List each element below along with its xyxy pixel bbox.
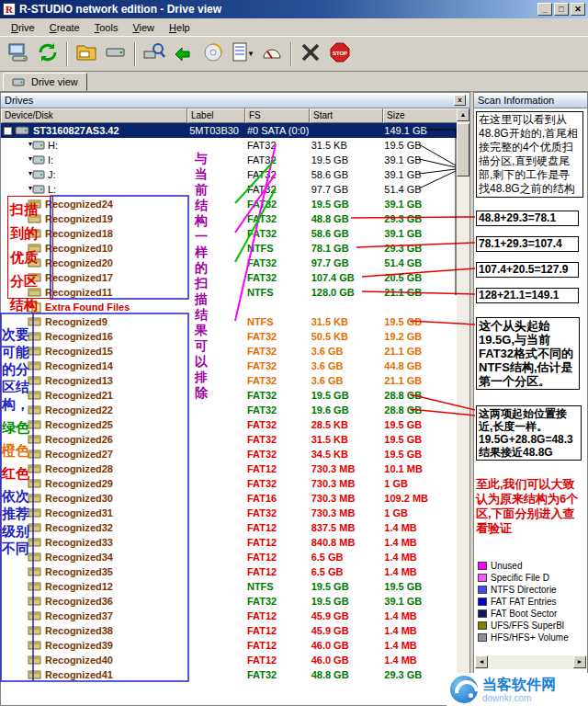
gauge-button[interactable] — [258, 40, 286, 68]
table-row[interactable]: Recognized24FAT3219.5 GB39.1 GB — [1, 197, 457, 211]
refresh-button[interactable] — [34, 40, 62, 68]
scan-button[interactable] — [141, 40, 168, 68]
create-image-button[interactable] — [102, 40, 130, 68]
table-row[interactable]: Extra Found Files — [1, 300, 457, 314]
table-row[interactable]: Recognized35FAT126.5 GB1.4 MB — [1, 564, 457, 579]
legend-item: FAT Boot Sector — [478, 608, 569, 620]
partition-icon — [28, 389, 42, 402]
column-header-size[interactable]: Size — [383, 108, 458, 123]
scroll-right-icon[interactable]: ► — [573, 655, 586, 668]
cell-fs: FAT32 — [244, 404, 309, 416]
table-row[interactable]: H:FAT3231.5 KB19.5 GB — [1, 138, 457, 153]
table-row[interactable]: Recognized34FAT126.5 GB1.4 MB — [1, 550, 457, 564]
table-row[interactable]: -ST3160827AS3.425MT03B30#0 SATA (0:0)149… — [1, 123, 457, 138]
cell-size: 39.1 GB — [381, 169, 457, 180]
table-row[interactable]: Recognized10NTFS78.1 GB29.3 GB — [1, 241, 457, 256]
scroll-thumb[interactable] — [457, 123, 469, 176]
partition-icon — [28, 227, 42, 240]
table-row[interactable]: Recognized29FAT32730.3 MB1 GB — [1, 476, 457, 491]
table-row[interactable]: Recognized20FAT3297.7 GB51.4 GB — [1, 256, 457, 270]
cell-device: Recognized14 — [1, 359, 187, 372]
cell-start: 28.5 KB — [309, 419, 382, 430]
open-drive-button[interactable] — [5, 40, 32, 68]
device-name: Recognized13 — [45, 375, 113, 386]
scan-equation: 48.8+29.3=78.1 — [476, 211, 579, 226]
menu-create[interactable]: Create — [42, 20, 87, 35]
table-row[interactable]: Recognized17FAT32107.4 GB20.5 GB — [1, 270, 457, 285]
minimize-button[interactable]: _ — [537, 3, 552, 16]
table-row[interactable]: Recognized13FAT323.6 GB21.1 GB — [1, 373, 457, 388]
column-header-device-disk[interactable]: Device/Disk — [1, 108, 187, 123]
log-button[interactable]: ▼ — [229, 40, 256, 68]
open-image-button[interactable] — [73, 40, 100, 68]
legend-color-swatch — [478, 621, 487, 630]
drives-panel-close-icon[interactable]: x — [454, 95, 466, 106]
table-row[interactable]: Recognized19FAT3248.8 GB29.3 GB — [1, 211, 457, 226]
scan-equations: 48.8+29.3=78.178.1+29.3=107.4107.4+20.5=… — [476, 211, 579, 313]
drives-panel-header: Drives x — [1, 93, 469, 108]
table-row[interactable]: Recognized36FAT3219.5 GB39.1 GB — [1, 594, 457, 609]
table-row[interactable]: Recognized22FAT3219.6 GB28.8 GB — [1, 403, 457, 417]
table-row[interactable]: Recognized27FAT3234.5 KB19.5 GB — [1, 447, 457, 461]
table-row[interactable]: Recognized37FAT1245.9 GB1.4 MB — [1, 609, 457, 623]
table-row[interactable]: Recognized39FAT1246.0 GB1.4 MB — [1, 638, 457, 653]
table-row[interactable]: Recognized21FAT3219.5 GB28.8 GB — [1, 388, 457, 403]
tree-expander[interactable]: - — [4, 127, 12, 135]
table-row[interactable]: Recognized30FAT16730.3 MB109.2 MB — [1, 491, 457, 506]
device-name: Recognized30 — [45, 493, 113, 504]
stop-icon: STOP — [329, 41, 351, 66]
vertical-scrollbar[interactable]: ▲ ▼ — [457, 108, 469, 705]
tab-drive-view[interactable]: Drive view — [3, 73, 87, 91]
table-row[interactable]: J:FAT3258.6 GB39.1 GB — [1, 167, 457, 182]
table-row[interactable]: Recognized11NTFS128.0 GB21.1 GB — [1, 285, 457, 300]
cell-start: 19.5 GB — [309, 154, 382, 165]
table-row[interactable]: Recognized26FAT3231.5 KB19.5 GB — [1, 432, 457, 447]
table-row[interactable]: L:FAT3297.7 GB51.4 GB — [1, 182, 457, 197]
table-row[interactable]: Recognized15FAT323.6 GB21.1 GB — [1, 344, 457, 359]
device-name: Recognized29 — [45, 478, 113, 489]
table-row[interactable]: Recognized25FAT3228.5 KB19.5 GB — [1, 417, 457, 432]
partition-icon — [28, 315, 42, 328]
partition-icon — [28, 433, 42, 446]
burn-cd-button[interactable] — [199, 40, 227, 68]
table-row[interactable]: I:FAT3219.5 GB39.1 GB — [1, 153, 457, 167]
column-header-start[interactable]: Start — [310, 108, 383, 123]
cell-fs: FAT16 — [244, 493, 309, 504]
close-button[interactable]: ✕ — [571, 3, 585, 16]
scroll-up-icon[interactable]: ▲ — [457, 108, 469, 121]
menu-tools[interactable]: Tools — [87, 20, 126, 35]
stop-button[interactable]: STOP — [326, 40, 354, 68]
cell-device: Recognized38 — [1, 624, 187, 637]
close-button[interactable] — [297, 40, 324, 68]
menu-drive[interactable]: Drive — [4, 20, 42, 35]
cell-start: 31.5 KB — [309, 140, 382, 151]
table-row[interactable]: Recognized33FAT12840.8 MB1.4 MB — [1, 535, 457, 550]
menu-view[interactable]: View — [125, 20, 162, 35]
table-row[interactable]: Recognized32FAT12837.5 MB1.4 MB — [1, 520, 457, 535]
scroll-left-icon[interactable]: ◄ — [475, 655, 488, 668]
table-row[interactable]: Recognized40FAT1246.0 GB1.4 MB — [1, 653, 457, 667]
table-row[interactable]: Recognized38FAT1245.9 GB1.4 MB — [1, 623, 457, 638]
device-name: Recognized41 — [45, 669, 113, 680]
maximize-button[interactable]: □ — [554, 3, 569, 16]
table-row[interactable]: Recognized18FAT3258.6 GB39.1 GB — [1, 226, 457, 241]
cell-device: Recognized39 — [1, 639, 187, 652]
horizontal-scrollbar[interactable]: ◄ ► — [475, 655, 586, 669]
cell-start: 19.5 GB — [309, 199, 382, 210]
menu-help[interactable]: Help — [162, 20, 198, 35]
column-header-fs[interactable]: FS — [245, 108, 310, 123]
table-row[interactable]: Recognized41FAT3248.8 GB29.3 GB — [1, 667, 457, 682]
cell-start: 19.5 GB — [309, 596, 382, 607]
table-row[interactable]: Recognized28FAT12730.3 MB10.1 MB — [1, 461, 457, 476]
cell-start: 19.5 GB — [309, 390, 382, 401]
legend-color-swatch — [478, 633, 487, 642]
table-row[interactable]: Recognized16FAT3250.5 KB19.2 GB — [1, 329, 457, 344]
table-row[interactable]: Recognized12NTFS19.5 GB19.5 GB — [1, 579, 457, 594]
cell-size: 1 GB — [381, 478, 457, 489]
table-row[interactable]: Recognized31FAT32730.3 MB1 GB — [1, 506, 457, 520]
show-files-button[interactable] — [170, 40, 198, 68]
table-row[interactable]: Recognized9NTFS31.5 KB19.5 GB — [1, 314, 457, 329]
scan-note-pair: 这两项起始位置接近,长度一样。19.5G+28.8G=48.3 结果接近48.8… — [476, 405, 582, 461]
table-row[interactable]: Recognized14FAT323.6 GB44.8 GB — [1, 359, 457, 373]
column-header-label[interactable]: Label — [187, 108, 245, 123]
